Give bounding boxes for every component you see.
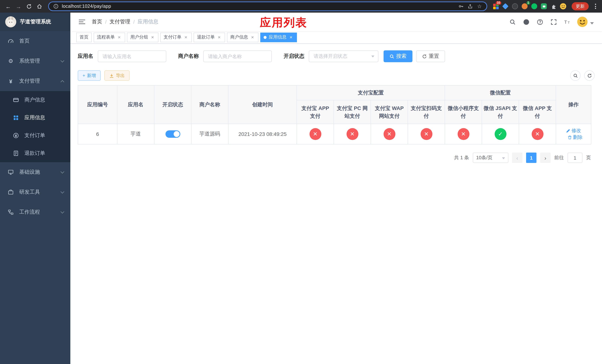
sidebar-logo[interactable]: 芋道管理系统: [0, 13, 70, 31]
extension-icon-grid[interactable]: 10: [492, 2, 500, 10]
chevron-up-icon: [61, 80, 64, 84]
wechat-mini-status-icon: ✕: [457, 128, 469, 140]
add-button[interactable]: + 新增: [78, 70, 101, 81]
user-menu[interactable]: [577, 16, 594, 27]
caret-down-icon: [590, 22, 594, 24]
edit-link[interactable]: 修改: [566, 127, 581, 134]
export-button[interactable]: 导出: [104, 70, 129, 81]
password-key-icon[interactable]: [458, 3, 464, 10]
breadcrumb-payment[interactable]: 支付管理: [110, 19, 130, 25]
profile-avatar-icon[interactable]: [559, 2, 567, 10]
forward-button[interactable]: →: [14, 2, 23, 11]
tab-merchant-info[interactable]: 商户信息×: [227, 32, 258, 42]
alipay-qr-status-icon: ✕: [420, 128, 432, 140]
prev-page-button[interactable]: ‹: [512, 152, 522, 163]
sidebar-item-label: 商户信息: [24, 97, 45, 103]
screen: ← → localhost:1024/pay/app ☆: [0, 0, 602, 364]
github-icon[interactable]: [522, 18, 530, 26]
trash-icon: [567, 135, 572, 139]
status-label: 开启状态: [284, 53, 304, 60]
status-toggle[interactable]: [165, 130, 180, 138]
header-search-icon[interactable]: [508, 18, 516, 26]
delete-link[interactable]: 删除: [567, 134, 582, 141]
sidebar-item-workflow[interactable]: 工作流程: [0, 202, 70, 222]
sidebar-item-dev-tools[interactable]: 研发工具: [0, 182, 70, 202]
close-icon[interactable]: ×: [150, 35, 155, 40]
col-status: 开启状态: [154, 85, 191, 124]
close-icon[interactable]: ×: [117, 35, 122, 40]
close-icon[interactable]: ×: [288, 35, 294, 40]
page-size-select[interactable]: 10条/页: [473, 152, 508, 163]
cell-status: [154, 124, 191, 144]
chevron-down-icon: [61, 190, 64, 193]
tab-home[interactable]: 首页: [76, 32, 92, 42]
back-button[interactable]: ←: [4, 2, 13, 11]
tab-label: 用户分组: [130, 34, 148, 40]
close-icon[interactable]: ×: [216, 35, 222, 40]
page-button-1[interactable]: 1: [526, 152, 537, 163]
share-icon[interactable]: [467, 3, 473, 10]
yen-glyph: ¥: [9, 78, 12, 84]
font-size-icon[interactable]: TT: [563, 18, 571, 26]
sidebar-item-pay-orders[interactable]: 支付订单: [0, 127, 70, 144]
active-dot: [264, 36, 267, 39]
extension-icon-wechat-dev[interactable]: [530, 2, 538, 10]
extension-icon-dark[interactable]: [511, 2, 519, 10]
status-select[interactable]: 请选择开启状态: [309, 50, 378, 62]
cell-app-name: 芋道: [117, 124, 154, 144]
site-info-icon[interactable]: [53, 3, 59, 10]
star-glyph: ☆: [477, 3, 482, 9]
reload-button[interactable]: [24, 2, 33, 11]
profile-face-glyph: [560, 3, 567, 10]
browser-menu-button[interactable]: [592, 4, 598, 9]
search-button-label: 搜索: [396, 53, 407, 60]
forward-icon: →: [16, 3, 21, 10]
close-icon[interactable]: ×: [183, 35, 188, 40]
app-name-input[interactable]: [98, 50, 166, 62]
sidebar-item-app-info[interactable]: 应用信息: [0, 109, 70, 127]
breadcrumb-current: 应用信息: [138, 19, 159, 25]
search-button[interactable]: 搜索: [384, 50, 412, 62]
app-grid-icon: [13, 115, 19, 121]
plus-icon: +: [83, 73, 85, 78]
col-created-at: 创建时间: [228, 85, 297, 124]
sidebar-item-infrastructure[interactable]: 基础设施: [0, 162, 70, 182]
sidebar-toggle-button[interactable]: [75, 16, 88, 28]
breadcrumb-home[interactable]: 首页: [92, 19, 102, 25]
tab-app-info[interactable]: 应用信息×: [260, 32, 297, 42]
sidebar-item-refund-orders[interactable]: 退款订单: [0, 144, 70, 162]
cell-created-at: 2021-10-23 08:49:25: [228, 124, 297, 144]
toggle-search-button[interactable]: [570, 70, 580, 81]
reset-button[interactable]: 重置: [416, 50, 445, 62]
help-icon[interactable]: [536, 18, 544, 26]
tab-refund-orders[interactable]: 退款订单×: [194, 32, 225, 42]
tab-user-group[interactable]: 用户分组×: [127, 32, 159, 42]
address-bar[interactable]: localhost:1024/pay/app ☆: [48, 1, 487, 11]
extension-badge: 10: [496, 1, 501, 5]
bank-card-icon: [13, 97, 19, 103]
sidebar-item-merchant-info[interactable]: 商户信息: [0, 91, 70, 109]
close-icon[interactable]: ×: [250, 35, 255, 40]
sidebar-item-payment[interactable]: ¥ 支付管理: [0, 71, 70, 91]
merchant-name-input[interactable]: [203, 50, 272, 62]
export-button-label: 导出: [116, 72, 125, 79]
col-alipay-app: 支付宝 APP 支付: [297, 100, 334, 124]
user-avatar: [577, 16, 588, 27]
refresh-table-button[interactable]: [584, 70, 595, 81]
next-page-button[interactable]: ›: [540, 152, 550, 163]
sidebar-item-system[interactable]: ⚙ 系统管理: [0, 51, 70, 71]
goto-page-input[interactable]: [568, 152, 582, 163]
extensions-puzzle-icon[interactable]: [549, 2, 558, 10]
sidebar-item-home[interactable]: 首页: [0, 31, 70, 51]
extension-icon-chat[interactable]: [540, 2, 548, 10]
monitor-icon: [7, 169, 14, 175]
tab-pay-orders[interactable]: 支付订单×: [160, 32, 192, 42]
home-button[interactable]: [35, 2, 44, 11]
extension-icon-diamond[interactable]: [501, 2, 509, 10]
tab-process-form[interactable]: 流程表单×: [94, 32, 125, 42]
chrome-update-button[interactable]: 更新: [572, 2, 589, 10]
fullscreen-icon[interactable]: [549, 18, 558, 26]
bookmark-star-icon[interactable]: ☆: [476, 3, 483, 10]
extension-icon-avatar[interactable]: 1: [521, 2, 529, 10]
edit-link-label: 修改: [571, 127, 581, 134]
